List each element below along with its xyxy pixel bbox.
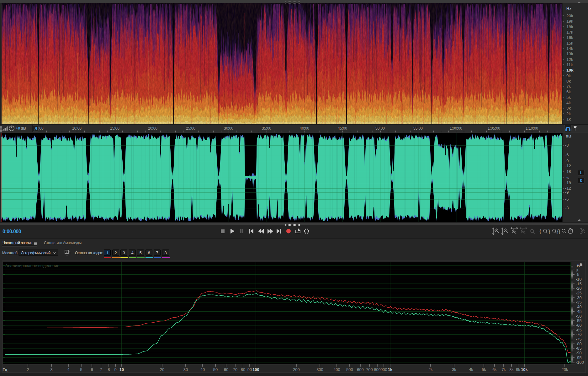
svg-text:900: 900 <box>380 367 387 372</box>
svg-text:Гц: Гц <box>3 367 7 372</box>
svg-text:dB: dB <box>21 126 26 131</box>
svg-text:6k: 6k <box>566 89 571 94</box>
svg-text:45:00: 45:00 <box>338 126 347 131</box>
svg-text:8k: 8k <box>566 79 571 83</box>
svg-text:4k: 4k <box>469 367 473 372</box>
svg-text:3k: 3k <box>452 367 456 372</box>
svg-text:2k: 2k <box>566 111 571 116</box>
svg-text:5: 5 <box>80 367 82 372</box>
svg-text:-∞: -∞ <box>565 175 569 180</box>
svg-text:20: 20 <box>160 367 164 372</box>
svg-text:-3: -3 <box>565 143 569 148</box>
svg-text:Анализированое выделение: Анализированое выделение <box>5 263 59 268</box>
svg-text:4k: 4k <box>566 100 571 105</box>
svg-text:300: 300 <box>316 367 323 372</box>
svg-text:Hz: Hz <box>566 6 571 11</box>
svg-text:15k: 15k <box>566 41 573 46</box>
svg-text:2: 2 <box>27 367 29 372</box>
svg-text:40:00: 40:00 <box>300 126 309 131</box>
svg-text:500: 500 <box>346 367 353 372</box>
svg-text:-9: -9 <box>565 158 569 163</box>
svg-text:1:10:00: 1:10:00 <box>526 126 538 131</box>
svg-text:7k: 7k <box>501 367 506 372</box>
svg-text:-85: -85 <box>576 346 582 351</box>
svg-text:30: 30 <box>183 367 188 372</box>
svg-text:80: 80 <box>241 367 245 372</box>
svg-text:11k: 11k <box>566 62 573 67</box>
svg-text:-25: -25 <box>576 291 582 295</box>
svg-text:-75: -75 <box>576 337 582 341</box>
svg-text:3: 3 <box>50 367 52 372</box>
svg-text:-20: -20 <box>576 286 582 291</box>
svg-text:-6: -6 <box>565 197 569 201</box>
svg-text:1:05:00: 1:05:00 <box>488 126 500 131</box>
svg-text:55:00: 55:00 <box>413 126 423 131</box>
svg-text:-9: -9 <box>565 190 569 195</box>
svg-text:9k: 9k <box>516 367 520 372</box>
svg-text:дБ: дБ <box>577 262 583 267</box>
svg-text:5k: 5k <box>482 367 486 372</box>
svg-text:-30: -30 <box>576 295 582 300</box>
svg-text:18k: 18k <box>566 24 573 29</box>
svg-text:-18: -18 <box>565 169 571 174</box>
svg-text:8k: 8k <box>509 367 514 372</box>
svg-text:10k: 10k <box>566 68 574 73</box>
svg-text:6k: 6k <box>492 367 497 372</box>
svg-text:3k: 3k <box>566 106 571 110</box>
svg-text:1:00:00: 1:00:00 <box>450 126 462 131</box>
svg-text:-5: -5 <box>576 272 580 277</box>
svg-text:20k: 20k <box>562 367 568 372</box>
svg-text:70: 70 <box>233 367 237 372</box>
svg-text:50: 50 <box>213 367 218 372</box>
svg-text:14k: 14k <box>566 46 573 51</box>
svg-text:L: L <box>580 171 582 175</box>
svg-text:1k: 1k <box>566 117 571 121</box>
svg-text:19k: 19k <box>566 19 573 24</box>
svg-text:16k: 16k <box>566 35 573 40</box>
svg-text:10: 10 <box>119 367 124 372</box>
svg-text:-45: -45 <box>576 309 582 314</box>
svg-text:1k: 1k <box>388 367 393 372</box>
svg-text:-90: -90 <box>576 351 582 355</box>
svg-text:12k: 12k <box>566 57 573 62</box>
svg-text:6: 6 <box>91 367 93 372</box>
svg-text::00: :00 <box>38 126 44 131</box>
svg-text:-70: -70 <box>576 332 582 337</box>
svg-text:-3: -3 <box>565 206 569 210</box>
svg-text:10k: 10k <box>521 367 528 372</box>
svg-text:25:00: 25:00 <box>186 126 195 131</box>
svg-text:9k: 9k <box>566 73 571 78</box>
svg-text:7k: 7k <box>566 84 571 89</box>
svg-text:30:00: 30:00 <box>224 126 233 131</box>
svg-text:20k: 20k <box>566 13 573 18</box>
svg-text:10:00: 10:00 <box>72 126 82 131</box>
svg-text:0: 0 <box>576 268 578 272</box>
svg-text:700: 700 <box>366 367 373 372</box>
svg-text:-60: -60 <box>576 323 582 328</box>
svg-text:-10: -10 <box>576 277 582 282</box>
svg-text:-15: -15 <box>576 282 582 286</box>
svg-text:К: К <box>580 179 582 183</box>
svg-text:600: 600 <box>357 367 364 372</box>
svg-text:15:00: 15:00 <box>110 126 119 131</box>
svg-text:9: 9 <box>114 367 116 372</box>
svg-text:7: 7 <box>100 367 102 372</box>
svg-text:-40: -40 <box>576 304 582 309</box>
svg-text:35:00: 35:00 <box>262 126 271 131</box>
svg-text:20:00: 20:00 <box>148 126 157 131</box>
svg-text:-50: -50 <box>576 314 582 319</box>
svg-text:-100: -100 <box>576 360 584 365</box>
svg-text:8: 8 <box>108 367 110 372</box>
svg-text:dB: dB <box>566 134 571 138</box>
svg-text:-12: -12 <box>565 164 571 168</box>
svg-text:40: 40 <box>200 367 205 372</box>
svg-text:60: 60 <box>224 367 228 372</box>
svg-text:4: 4 <box>67 367 69 372</box>
svg-text:-18: -18 <box>565 180 571 185</box>
svg-text:-65: -65 <box>576 328 582 332</box>
svg-text:-80: -80 <box>576 341 582 346</box>
svg-text:200: 200 <box>293 367 300 372</box>
svg-text:-95: -95 <box>576 355 582 360</box>
svg-text:-6: -6 <box>565 153 569 157</box>
svg-text:5k: 5k <box>566 95 571 100</box>
